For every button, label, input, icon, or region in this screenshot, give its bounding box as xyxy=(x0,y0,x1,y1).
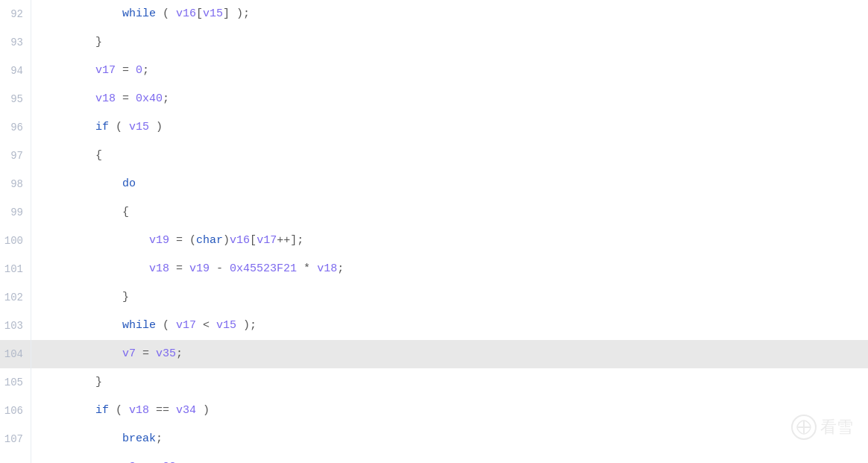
var-token: v7 xyxy=(122,347,136,360)
punc-token: [ xyxy=(196,7,203,20)
line-number: 108 xyxy=(0,453,31,463)
line-content: if ( v15 ) xyxy=(31,113,163,142)
punc-token: ; xyxy=(142,64,149,77)
line-content: { xyxy=(31,142,102,170)
code-line: 105 } xyxy=(0,368,868,397)
var-token: v18 xyxy=(317,262,337,275)
line-content: if ( v18 == v34 ) xyxy=(31,397,210,425)
punc-token: = xyxy=(116,64,136,77)
line-number: 104 xyxy=(0,340,31,368)
punc-token: = xyxy=(136,347,156,360)
code-line: 102 } xyxy=(0,283,868,312)
punc-token: } xyxy=(122,291,129,303)
punc-token: - xyxy=(210,262,230,275)
line-number: 102 xyxy=(0,283,31,312)
var-token: v19 xyxy=(189,262,210,275)
line-number: 95 xyxy=(0,85,31,113)
line-content: while ( v16[v15] ); xyxy=(31,0,250,28)
punc-token: = xyxy=(116,92,136,105)
code-line: 106 if ( v18 == v34 ) xyxy=(0,397,868,425)
line-number: 97 xyxy=(0,142,31,170)
punc-token: = xyxy=(169,262,189,275)
var-token: v16 xyxy=(230,234,250,247)
var-token: v16 xyxy=(176,7,196,20)
kw-token: while xyxy=(122,7,156,20)
num-token: 0x45523F21 xyxy=(230,262,297,275)
punc-token: ( xyxy=(109,121,129,133)
punc-token: ( xyxy=(109,404,129,417)
line-content: v18 = v19 - 0x45523F21 * v18; xyxy=(31,255,344,283)
punc-token: { xyxy=(122,206,129,218)
line-content: v7 = v35; xyxy=(31,340,183,368)
code-view: 92 while ( v16[v15] );93 }94 v17 = 0;95 … xyxy=(0,0,868,463)
line-number: 99 xyxy=(0,198,31,227)
var-token: v15 xyxy=(203,7,223,20)
var-token: v34 xyxy=(176,404,196,417)
var-token: v17 xyxy=(95,64,116,77)
var-token: v15 xyxy=(129,121,149,133)
line-content: v17 = 0; xyxy=(31,57,149,85)
line-number: 96 xyxy=(0,113,31,142)
punc-token: ++]; xyxy=(277,234,304,247)
line-content: break; xyxy=(31,425,163,453)
punc-token: ; xyxy=(337,262,344,275)
code-line: 96 if ( v15 ) xyxy=(0,113,868,142)
line-number: 92 xyxy=(0,0,31,28)
num-token: 0x40 xyxy=(136,92,163,105)
num-token: 0 xyxy=(136,64,142,77)
code-line: 97 { xyxy=(0,142,868,170)
kw-token: do xyxy=(122,177,136,190)
punc-token: = ( xyxy=(169,234,196,247)
punc-token: ] ); xyxy=(223,7,250,20)
punc-token: * xyxy=(297,262,317,275)
punc-token: < xyxy=(196,319,216,332)
line-number: 101 xyxy=(0,255,31,283)
var-token: v18 xyxy=(149,262,169,275)
code-line: 99 { xyxy=(0,198,868,227)
line-number: 106 xyxy=(0,397,31,425)
punc-token: ; xyxy=(176,347,183,360)
line-number: 105 xyxy=(0,368,31,397)
punc-token: ) xyxy=(196,404,210,417)
kw-token: while xyxy=(122,319,156,332)
punc-token: } xyxy=(95,376,102,388)
line-content: v18 = 0x40; xyxy=(31,85,169,113)
punc-token: ( xyxy=(156,7,176,20)
line-content: while ( v17 < v15 ); xyxy=(31,312,257,340)
line-content: v3 = v28... xyxy=(31,453,196,463)
punc-token: { xyxy=(95,149,102,162)
code-line: 100 v19 = (char)v16[v17++]; xyxy=(0,227,868,255)
line-content: do xyxy=(31,170,136,198)
var-token: v18 xyxy=(129,404,149,417)
line-content: } xyxy=(31,28,102,57)
punc-token: } xyxy=(95,36,102,48)
code-line: 92 while ( v16[v15] ); xyxy=(0,0,868,28)
line-content: } xyxy=(31,283,129,312)
var-token: v17 xyxy=(257,234,277,247)
code-line: 95 v18 = 0x40; xyxy=(0,85,868,113)
code-line: 107 break; xyxy=(0,425,868,453)
punc-token: ; xyxy=(163,92,169,105)
punc-token: ; xyxy=(156,432,163,445)
code-line: 103 while ( v17 < v15 ); xyxy=(0,312,868,340)
var-token: v18 xyxy=(95,92,116,105)
code-line: 94 v17 = 0; xyxy=(0,57,868,85)
kw-token: if xyxy=(95,404,109,417)
line-number: 103 xyxy=(0,312,31,340)
var-token: v17 xyxy=(176,319,196,332)
kw-token: char xyxy=(196,234,223,247)
punc-token: ) xyxy=(223,234,230,247)
punc-token: ) xyxy=(149,121,163,133)
punc-token: ( xyxy=(156,319,176,332)
var-token: v35 xyxy=(156,347,176,360)
var-token: v19 xyxy=(149,234,169,247)
line-number: 100 xyxy=(0,227,31,255)
var-token: v15 xyxy=(216,319,236,332)
kw-token: if xyxy=(95,121,109,133)
line-number: 94 xyxy=(0,57,31,85)
line-number: 107 xyxy=(0,425,31,453)
line-number: 93 xyxy=(0,28,31,57)
code-line: 101 v18 = v19 - 0x45523F21 * v18; xyxy=(0,255,868,283)
line-number: 98 xyxy=(0,170,31,198)
code-line: 98 do xyxy=(0,170,868,198)
